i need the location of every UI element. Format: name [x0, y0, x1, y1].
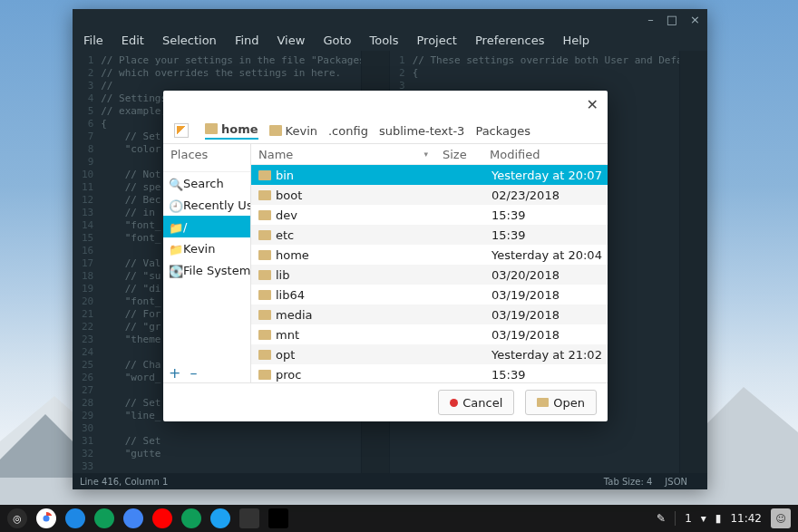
path-segment-.config[interactable]: .config [328, 124, 368, 138]
menu-help[interactable]: Help [557, 32, 595, 49]
status-position: Line 416, Column 1 [80, 477, 168, 487]
taskbar-youtube-icon[interactable] [152, 508, 172, 528]
open-file-dialog: ✕ homeKevin.configsublime-text-3Packages… [163, 91, 608, 421]
places-sidebar: Places 🔍Search🕘Recently Us…📁/📁Kevin💽File… [163, 144, 251, 382]
places-item-[interactable]: 📁/ [163, 216, 250, 237]
path-segment-Kevin[interactable]: Kevin [269, 124, 317, 138]
dialog-close-icon[interactable]: ✕ [587, 96, 598, 113]
menu-goto[interactable]: Goto [317, 32, 356, 49]
avatar[interactable]: ☺ [771, 508, 791, 528]
folder-icon [205, 123, 218, 134]
open-label: Open [553, 396, 585, 410]
file-rows[interactable]: binYesterday at 20:07boot02/23/2018dev15… [251, 165, 608, 382]
folder-icon [258, 350, 271, 360]
file-row-boot[interactable]: boot02/23/2018 [251, 185, 608, 205]
minimap-right[interactable] [679, 51, 707, 473]
taskbar-chrome-icon[interactable] [36, 508, 56, 528]
path-segment-Packages[interactable]: Packages [475, 124, 530, 138]
clock-icon: 🕘 [169, 199, 180, 210]
search-icon: 🔍 [169, 178, 180, 189]
places-item-recentlyus[interactable]: 🕘Recently Us… [163, 194, 250, 216]
file-row-opt[interactable]: optYesterday at 21:02 [251, 344, 608, 364]
file-row-lib64[interactable]: lib6403/19/2018 [251, 285, 608, 305]
clock[interactable]: 11:42 [730, 512, 762, 525]
taskbar-hangouts-icon[interactable] [181, 508, 201, 528]
column-size[interactable]: Size [435, 144, 482, 165]
folder-icon [258, 270, 271, 280]
file-row-media[interactable]: media03/19/2018 [251, 305, 608, 324]
menu-file[interactable]: File [78, 32, 109, 49]
folder-icon [258, 230, 271, 240]
places-item-kevin[interactable]: 📁Kevin [163, 237, 250, 259]
path-segment-sublime-text-3[interactable]: sublime-text-3 [379, 124, 464, 138]
taskbar-files-icon[interactable] [65, 508, 85, 528]
battery-icon[interactable]: ▮ [715, 512, 722, 525]
folder-icon [258, 330, 271, 340]
statusbar: Line 416, Column 1 Tab Size: 4 JSON [73, 473, 707, 489]
folder-icon [258, 370, 271, 380]
folder-icon [258, 210, 271, 220]
status-tabsize[interactable]: Tab Size: 4 [604, 477, 653, 487]
pathbar: homeKevin.configsublime-text-3Packages [163, 118, 608, 144]
bookmark-add-button[interactable]: + [169, 368, 180, 379]
file-row-proc[interactable]: proc15:39 [251, 364, 608, 382]
taskbar: ◎ ✎ 1 ▾ ▮ 11:42 ☺ [0, 505, 798, 532]
window-close-icon[interactable]: × [690, 13, 700, 26]
column-headers: Name Size Modified [251, 144, 608, 165]
window-titlebar: – □ × [73, 9, 707, 29]
file-row-home[interactable]: homeYesterday at 20:04 [251, 245, 608, 265]
taskbar-drive-icon[interactable] [94, 508, 114, 528]
places-item-filesystem[interactable]: 💽File System [163, 259, 250, 281]
folder-icon: 📁 [169, 221, 180, 232]
bookmark-remove-button[interactable]: – [190, 368, 197, 379]
cancel-icon [450, 399, 458, 407]
file-row-etc[interactable]: etc15:39 [251, 225, 608, 245]
menu-view[interactable]: View [272, 32, 311, 49]
menu-tools[interactable]: Tools [364, 32, 404, 49]
menu-edit[interactable]: Edit [116, 32, 150, 49]
file-list: Name Size Modified binYesterday at 20:07… [251, 144, 608, 382]
desktop: – □ × FileEditSelectionFindViewGotoTools… [0, 0, 798, 532]
menubar: FileEditSelectionFindViewGotoToolsProjec… [73, 29, 707, 51]
file-row-bin[interactable]: binYesterday at 20:07 [251, 165, 608, 185]
taskbar-launcher-icon[interactable]: ◎ [7, 508, 27, 528]
folder-icon [258, 190, 271, 200]
file-row-mnt[interactable]: mnt03/19/2018 [251, 324, 608, 344]
stylus-icon[interactable]: ✎ [657, 512, 666, 525]
folder-icon: 📁 [169, 243, 180, 254]
menu-preferences[interactable]: Preferences [470, 32, 550, 49]
file-row-dev[interactable]: dev15:39 [251, 205, 608, 225]
window-minimize-icon[interactable]: – [647, 13, 654, 26]
open-button[interactable]: Open [525, 390, 597, 415]
column-modified[interactable]: Modified [482, 144, 608, 165]
menu-find[interactable]: Find [229, 32, 265, 49]
taskbar-penguin-icon[interactable] [268, 508, 288, 528]
window-maximize-icon[interactable]: □ [667, 13, 677, 26]
places-item-search[interactable]: 🔍Search [163, 172, 250, 194]
disk-icon: 💽 [169, 265, 180, 276]
dialog-header: ✕ [163, 91, 608, 118]
places-header: Places [163, 144, 250, 172]
dialog-actions: Cancel Open [163, 382, 608, 421]
notification-count[interactable]: 1 [685, 512, 692, 525]
path-segment-edit[interactable] [174, 123, 194, 138]
path-segment-home[interactable]: home [205, 122, 258, 140]
pencil-icon [174, 123, 189, 138]
folder-icon [258, 170, 271, 180]
folder-icon [258, 310, 271, 320]
taskbar-docs-icon[interactable] [123, 508, 143, 528]
folder-icon [537, 398, 549, 407]
taskbar-terminal-icon[interactable] [239, 508, 259, 528]
column-name[interactable]: Name [251, 144, 435, 165]
gutter-left: 1234567891011121314151617181920212223242… [73, 51, 101, 473]
folder-icon [269, 125, 282, 136]
wifi-icon[interactable]: ▾ [701, 512, 706, 525]
menu-project[interactable]: Project [411, 32, 462, 49]
cancel-label: Cancel [462, 396, 502, 410]
cancel-button[interactable]: Cancel [438, 390, 514, 415]
status-syntax[interactable]: JSON [665, 477, 687, 487]
file-row-lib[interactable]: lib03/20/2018 [251, 265, 608, 285]
folder-icon [258, 290, 271, 300]
menu-selection[interactable]: Selection [157, 32, 222, 49]
taskbar-twitter-icon[interactable] [210, 508, 230, 528]
